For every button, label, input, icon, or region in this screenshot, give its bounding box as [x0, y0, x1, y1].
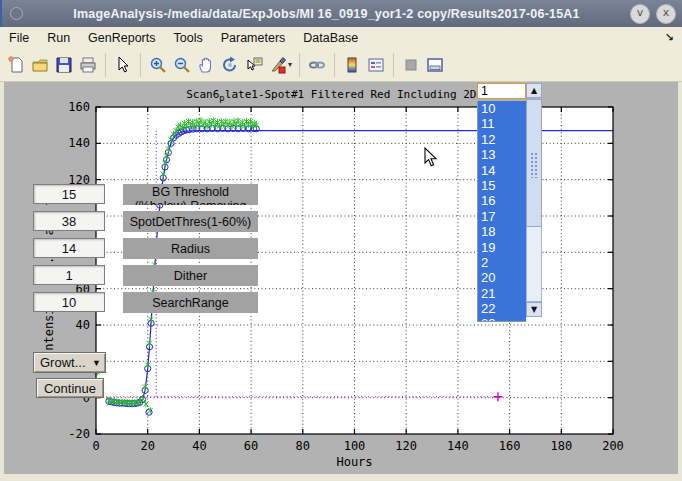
svg-text:180: 180 — [550, 439, 572, 453]
scrollbar-grip — [530, 152, 539, 178]
shade-button[interactable]: v — [630, 4, 650, 24]
svg-text:40: 40 — [76, 318, 90, 332]
disabled-square-icon — [400, 54, 422, 76]
figure-area: -200204060801001201401600204060801001201… — [0, 82, 682, 474]
spot-list-item[interactable]: 14 — [478, 163, 526, 178]
menu-file[interactable]: File — [0, 29, 38, 47]
bottom-edge — [0, 474, 682, 481]
scroll-up-button[interactable]: ▲ — [526, 83, 542, 98]
continue-button[interactable]: Continue — [36, 378, 104, 398]
spot-list-item[interactable]: 22 — [478, 301, 526, 316]
spotdetthres-label: SpotDetThres(1-60%) — [123, 211, 258, 232]
spot-list-item[interactable]: 2 — [478, 255, 526, 270]
menu-run[interactable]: Run — [38, 29, 79, 47]
spot-list-item[interactable]: 11 — [478, 116, 526, 131]
spot-list-item[interactable]: 23 — [478, 316, 526, 322]
spot-list-item[interactable]: 15 — [478, 178, 526, 193]
svg-text:100: 100 — [344, 439, 366, 453]
save-icon[interactable] — [53, 54, 75, 76]
spot-list-item[interactable]: 21 — [478, 286, 526, 301]
menu-database[interactable]: DataBase — [294, 29, 367, 47]
bg-threshold-input[interactable]: 15 — [33, 184, 105, 204]
searchrange-label: SearchRange — [123, 292, 258, 313]
svg-text:Hours: Hours — [336, 455, 372, 469]
left-edge — [0, 82, 4, 481]
spot-list-item[interactable]: 17 — [478, 209, 526, 224]
brush-icon[interactable] — [267, 54, 289, 76]
spot-selector-list: 10111213141516171819220212223 — [477, 101, 526, 322]
print-icon[interactable] — [77, 54, 99, 76]
zoom-out-icon[interactable] — [171, 54, 193, 76]
svg-text:-20: -20 — [68, 427, 90, 441]
svg-text:80: 80 — [296, 439, 310, 453]
window-title: ImageAnalysis-/media/data/ExpJobs/MI 16_… — [23, 7, 630, 21]
menu-tools[interactable]: Tools — [165, 29, 212, 47]
title-bar: ImageAnalysis-/media/data/ExpJobs/MI 16_… — [0, 0, 682, 27]
dither-label: Dither — [123, 265, 258, 286]
spot-selector-value[interactable]: 1 — [477, 83, 526, 99]
spot-list-item[interactable]: 18 — [478, 224, 526, 239]
spot-list-item[interactable]: 16 — [478, 193, 526, 208]
pan-hand-icon[interactable] — [195, 54, 217, 76]
svg-text:160: 160 — [499, 439, 521, 453]
insert-colorbar-icon[interactable] — [341, 54, 363, 76]
link-plots-icon[interactable] — [306, 54, 328, 76]
spot-list-item[interactable]: 12 — [478, 132, 526, 147]
bg-threshold-label: BG Threshold(%below) Removing — [123, 184, 258, 205]
svg-text:160: 160 — [68, 100, 90, 114]
rotate-3d-icon[interactable] — [219, 54, 241, 76]
insert-legend-icon[interactable] — [365, 54, 387, 76]
spot-list-item[interactable]: 20 — [478, 270, 526, 285]
arrow-cursor-icon[interactable] — [112, 54, 134, 76]
brush-dropdown-caret[interactable]: ▾ — [288, 60, 292, 69]
scroll-down-button[interactable]: ▼ — [526, 302, 542, 317]
data-cursor-icon[interactable] — [243, 54, 265, 76]
svg-text:120: 120 — [395, 439, 417, 453]
growth-dropdown[interactable]: Growt... ▼ — [33, 352, 106, 373]
spot-list-item[interactable]: 19 — [478, 240, 526, 255]
menu-bar: File Run GenReports Tools Parameters Dat… — [0, 27, 682, 48]
svg-text:140: 140 — [447, 439, 469, 453]
close-button[interactable]: x — [656, 4, 676, 24]
svg-text:200: 200 — [602, 439, 624, 453]
svg-text:20: 20 — [140, 439, 154, 453]
radius-input[interactable]: 14 — [33, 238, 105, 258]
radius-label: Radius — [123, 238, 258, 259]
right-edge — [678, 82, 682, 481]
menu-genreports[interactable]: GenReports — [79, 29, 164, 47]
spot-list-item[interactable]: 10 — [478, 101, 526, 116]
svg-text:140: 140 — [68, 136, 90, 150]
menu-parameters[interactable]: Parameters — [212, 29, 295, 47]
spotdetthres-input[interactable]: 38 — [33, 211, 105, 231]
plot-tools-icon[interactable] — [424, 54, 446, 76]
chevron-down-icon: ▼ — [92, 358, 101, 368]
open-file-icon[interactable] — [29, 54, 51, 76]
svg-text:60: 60 — [244, 439, 258, 453]
zoom-in-icon[interactable] — [147, 54, 169, 76]
mouse-cursor-icon — [424, 147, 438, 172]
toolbar: ▾ — [0, 48, 682, 82]
window-menu-icon[interactable] — [10, 7, 23, 20]
spot-list-item[interactable]: 13 — [478, 147, 526, 162]
scrollbar-thumb[interactable] — [526, 99, 542, 227]
svg-text:40: 40 — [192, 439, 206, 453]
searchrange-input[interactable]: 10 — [33, 292, 105, 312]
app-window: ImageAnalysis-/media/data/ExpJobs/MI 16_… — [0, 0, 682, 481]
svg-text:0: 0 — [92, 439, 99, 453]
new-file-icon[interactable] — [5, 54, 27, 76]
dither-input[interactable]: 1 — [33, 265, 105, 285]
dock-arrow-icon[interactable]: ↘ — [665, 31, 674, 44]
